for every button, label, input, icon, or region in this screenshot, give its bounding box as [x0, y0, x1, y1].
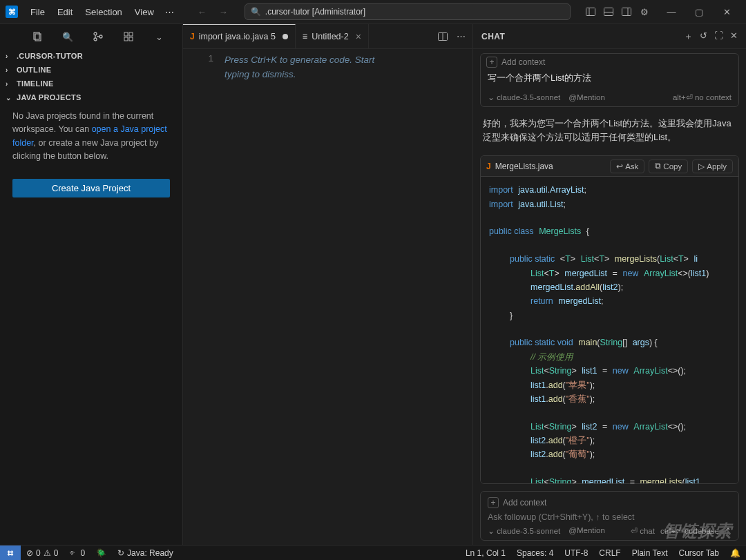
- editor-placeholder-2: typing to dismiss.: [224, 68, 374, 82]
- status-spaces[interactable]: Spaces: 4: [511, 548, 559, 558]
- menu-edit[interactable]: Edit: [52, 4, 78, 20]
- add-context-label[interactable]: Add context: [503, 498, 546, 508]
- source-control-icon[interactable]: [93, 31, 104, 42]
- window-minimize-icon[interactable]: —: [658, 2, 685, 21]
- chat-user-prompt[interactable]: 写一个合并两个List的方法: [481, 70, 738, 90]
- java-file-icon: J: [486, 162, 491, 171]
- svg-point-9: [94, 38, 97, 41]
- menu-file[interactable]: File: [25, 4, 50, 20]
- warning-icon: ⚠: [44, 548, 51, 558]
- status-encoding[interactable]: UTF-8: [559, 548, 593, 558]
- code-filename: MergeLists.java: [495, 162, 553, 171]
- explorer-search-icon[interactable]: 🔍: [62, 31, 73, 42]
- more-actions-icon[interactable]: ⋯: [457, 31, 466, 41]
- mention-button[interactable]: @Mention: [568, 93, 605, 102]
- layout-panel-left-icon[interactable]: [584, 6, 597, 18]
- settings-gear-icon[interactable]: ⚙: [638, 6, 651, 18]
- nav-forward-icon[interactable]: →: [216, 4, 231, 20]
- status-cursor-tab[interactable]: Cursor Tab: [673, 548, 725, 558]
- svg-rect-12: [129, 32, 133, 36]
- svg-rect-4: [622, 8, 631, 16]
- hint-more[interactable]: ⌃: [725, 526, 731, 536]
- followup-input[interactable]: Ask followup (Ctrl+Shift+Y), ↑ to select: [488, 511, 731, 526]
- split-editor-icon[interactable]: [437, 31, 448, 42]
- status-debug-icon[interactable]: 🪲: [90, 548, 112, 558]
- nav-back-icon[interactable]: ←: [195, 4, 209, 20]
- status-ln-col[interactable]: Ln 1, Col 1: [460, 548, 511, 558]
- status-language[interactable]: Plain Text: [627, 548, 673, 558]
- svg-rect-13: [124, 37, 128, 41]
- code-block: JMergeLists.java ↩ Ask ⧉ Copy ▷ Apply im…: [480, 155, 739, 484]
- svg-rect-11: [124, 32, 128, 36]
- section-cursor-tutor[interactable]: ›.CURSOR-TUTOR: [0, 49, 182, 63]
- code-copy-button[interactable]: ⧉ Copy: [649, 160, 688, 173]
- explorer-files-icon[interactable]: [32, 31, 43, 42]
- hint-chat: ⏎ chat: [631, 526, 655, 536]
- tab-untitled[interactable]: ≡ Untitled-2 ×: [296, 24, 369, 48]
- window-close-icon[interactable]: ✕: [713, 2, 740, 21]
- svg-rect-0: [586, 8, 595, 16]
- remote-indicator[interactable]: [0, 545, 21, 560]
- section-timeline[interactable]: ›TIMELINE: [0, 77, 182, 90]
- menu-bar: File Edit Selection View: [25, 4, 160, 20]
- add-context-icon[interactable]: +: [486, 57, 497, 68]
- hint-codebase: ctrl+⏎ codebase: [660, 526, 719, 536]
- chat-close-icon[interactable]: ✕: [730, 30, 738, 43]
- code-ask-button[interactable]: ↩ Ask: [610, 160, 644, 173]
- model-picker[interactable]: ⌄ claude-3.5-sonnet: [488, 93, 560, 102]
- menu-more-icon[interactable]: ⋯: [160, 4, 181, 20]
- app-logo: ⌘: [6, 6, 18, 18]
- followup-box: +Add context Ask followup (Ctrl+Shift+Y)…: [480, 491, 739, 541]
- status-errors[interactable]: ⊘0 ⚠0: [21, 548, 64, 558]
- status-eol[interactable]: CRLF: [593, 548, 626, 558]
- tab-close-icon[interactable]: ×: [356, 31, 361, 42]
- add-context-icon[interactable]: +: [488, 497, 499, 508]
- section-outline[interactable]: ›OUTLINE: [0, 63, 182, 77]
- search-icon: 🔍: [251, 7, 261, 17]
- radio-icon: ᯤ: [69, 548, 77, 558]
- tab-java-file[interactable]: J import java.io.java 5: [183, 24, 296, 48]
- chat-input-box: +Add context 写一个合并两个List的方法 ⌄ claude-3.5…: [480, 53, 739, 107]
- menu-view[interactable]: View: [129, 4, 160, 20]
- status-bell-icon[interactable]: 🔔: [725, 548, 746, 558]
- command-center[interactable]: 🔍 .cursor-tutor [Administrator]: [245, 3, 571, 20]
- extensions-icon[interactable]: [123, 31, 134, 42]
- chat-history-icon[interactable]: ↺: [700, 30, 707, 43]
- followup-model-picker[interactable]: ⌄ claude-3.5-sonnet: [488, 526, 560, 536]
- svg-point-8: [94, 32, 97, 35]
- java-projects-body: No Java projects found in the current wo…: [0, 104, 182, 169]
- chevron-down-icon[interactable]: ⌄: [153, 31, 164, 42]
- status-java[interactable]: ↻Java: Ready: [112, 548, 179, 558]
- layout-panel-right-icon[interactable]: [620, 6, 633, 18]
- window-maximize-icon[interactable]: ▢: [685, 2, 713, 21]
- code-apply-button[interactable]: ▷ Apply: [692, 160, 733, 173]
- layout-panel-bottom-icon[interactable]: [602, 6, 615, 18]
- followup-mention[interactable]: @Mention: [568, 526, 605, 536]
- omnibox-text: .cursor-tutor [Administrator]: [265, 7, 365, 17]
- chat-title: CHAT: [481, 32, 505, 41]
- line-number: 1: [208, 53, 213, 64]
- error-icon: ⊘: [26, 548, 33, 558]
- chat-new-icon[interactable]: ＋: [684, 30, 693, 43]
- editor-placeholder: Press Ctrl+K to generate code. Start: [224, 53, 374, 68]
- chat-dock-icon[interactable]: ⛶: [714, 30, 723, 43]
- no-context-hint: alt+⏎ no context: [673, 93, 731, 102]
- add-context-label[interactable]: Add context: [501, 57, 545, 67]
- svg-rect-2: [604, 8, 613, 16]
- create-java-project-button[interactable]: Create Java Project: [12, 179, 170, 197]
- section-java-projects[interactable]: ⌄JAVA PROJECTS: [0, 90, 182, 104]
- status-ports[interactable]: ᯤ0: [64, 548, 90, 558]
- code-content[interactable]: import java.util.ArrayList; import java.…: [481, 177, 738, 484]
- svg-point-10: [99, 35, 102, 38]
- assistant-reply: 好的，我来为您写一个合并两个List的方法。这里我会使用Java泛型来确保这个方…: [473, 111, 746, 150]
- java-file-icon: J: [190, 32, 195, 41]
- menu-selection[interactable]: Selection: [79, 4, 127, 20]
- spinner-icon: ↻: [117, 548, 124, 558]
- editor-area[interactable]: 1 Press Ctrl+K to generate code. Start t…: [183, 49, 472, 545]
- svg-rect-14: [129, 37, 133, 41]
- file-icon: ≡: [303, 32, 307, 41]
- dirty-indicator-icon: [283, 34, 288, 39]
